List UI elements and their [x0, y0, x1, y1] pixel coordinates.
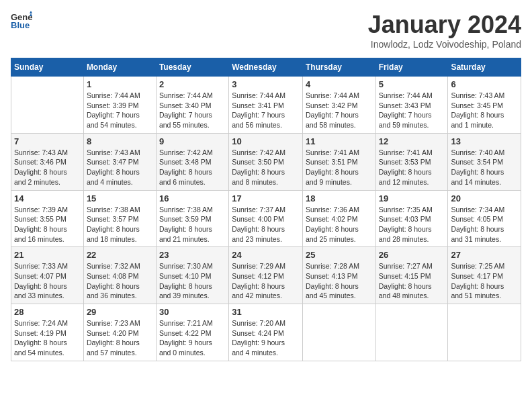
- calendar-cell: 18Sunrise: 7:36 AMSunset: 4:02 PMDayligh…: [302, 190, 375, 247]
- calendar-cell: 23Sunrise: 7:30 AMSunset: 4:10 PMDayligh…: [156, 247, 228, 304]
- column-header-tuesday: Tuesday: [156, 58, 228, 77]
- calendar-cell: 30Sunrise: 7:21 AMSunset: 4:22 PMDayligh…: [156, 304, 228, 361]
- calendar-cell: [11, 77, 84, 134]
- day-number: 18: [306, 193, 373, 203]
- day-number: 7: [14, 136, 81, 146]
- calendar-cell: [448, 304, 521, 361]
- day-number: 3: [232, 79, 300, 89]
- day-number: 5: [379, 79, 445, 89]
- logo: General Blue: [11, 11, 32, 30]
- calendar-week-4: 21Sunrise: 7:33 AMSunset: 4:07 PMDayligh…: [11, 247, 521, 304]
- day-info: Sunrise: 7:36 AMSunset: 4:02 PMDaylight:…: [306, 205, 373, 244]
- calendar-cell: 27Sunrise: 7:25 AMSunset: 4:17 PMDayligh…: [448, 247, 521, 304]
- svg-text:Blue: Blue: [11, 20, 30, 30]
- day-info: Sunrise: 7:40 AMSunset: 3:54 PMDaylight:…: [451, 148, 518, 187]
- day-info: Sunrise: 7:30 AMSunset: 4:10 PMDaylight:…: [159, 261, 226, 301]
- day-info: Sunrise: 7:38 AMSunset: 3:57 PMDaylight:…: [87, 205, 153, 244]
- day-info: Sunrise: 7:32 AMSunset: 4:08 PMDaylight:…: [87, 261, 153, 301]
- day-info: Sunrise: 7:39 AMSunset: 3:55 PMDaylight:…: [14, 205, 81, 244]
- calendar-week-1: 1Sunrise: 7:44 AMSunset: 3:39 PMDaylight…: [11, 77, 521, 134]
- day-number: 26: [379, 250, 445, 260]
- calendar-cell: 8Sunrise: 7:43 AMSunset: 3:47 PMDaylight…: [83, 133, 156, 190]
- day-info: Sunrise: 7:43 AMSunset: 3:47 PMDaylight:…: [87, 148, 153, 187]
- title-block: January 2024 Inowlodz, Lodz Voivodeship,…: [368, 11, 521, 50]
- calendar-cell: 7Sunrise: 7:43 AMSunset: 3:46 PMDaylight…: [11, 133, 84, 190]
- day-number: 30: [159, 307, 226, 317]
- day-number: 6: [451, 79, 518, 89]
- calendar-body: 1Sunrise: 7:44 AMSunset: 3:39 PMDaylight…: [11, 77, 521, 361]
- calendar-cell: 9Sunrise: 7:42 AMSunset: 3:48 PMDaylight…: [156, 133, 228, 190]
- calendar-cell: 17Sunrise: 7:37 AMSunset: 4:00 PMDayligh…: [229, 190, 303, 247]
- day-info: Sunrise: 7:44 AMSunset: 3:41 PMDaylight:…: [232, 91, 300, 130]
- calendar-cell: 3Sunrise: 7:44 AMSunset: 3:41 PMDaylight…: [229, 77, 303, 134]
- logo-icon: General Blue: [11, 11, 32, 30]
- calendar-cell: 16Sunrise: 7:38 AMSunset: 3:59 PMDayligh…: [156, 190, 228, 247]
- day-info: Sunrise: 7:29 AMSunset: 4:12 PMDaylight:…: [232, 261, 300, 301]
- day-number: 11: [306, 136, 373, 146]
- day-number: 8: [87, 136, 153, 146]
- calendar-cell: [375, 304, 448, 361]
- day-info: Sunrise: 7:28 AMSunset: 4:13 PMDaylight:…: [306, 261, 373, 301]
- calendar-cell: 2Sunrise: 7:44 AMSunset: 3:40 PMDaylight…: [156, 77, 228, 134]
- calendar-cell: 11Sunrise: 7:41 AMSunset: 3:51 PMDayligh…: [302, 133, 375, 190]
- calendar-cell: 15Sunrise: 7:38 AMSunset: 3:57 PMDayligh…: [83, 190, 156, 247]
- day-number: 1: [87, 79, 153, 89]
- column-header-sunday: Sunday: [11, 58, 84, 77]
- calendar-table: SundayMondayTuesdayWednesdayThursdayFrid…: [11, 58, 521, 361]
- calendar-cell: 22Sunrise: 7:32 AMSunset: 4:08 PMDayligh…: [83, 247, 156, 304]
- day-number: 14: [14, 193, 81, 203]
- calendar-cell: 24Sunrise: 7:29 AMSunset: 4:12 PMDayligh…: [229, 247, 303, 304]
- day-info: Sunrise: 7:44 AMSunset: 3:42 PMDaylight:…: [306, 91, 373, 130]
- day-number: 24: [232, 250, 300, 260]
- day-info: Sunrise: 7:35 AMSunset: 4:03 PMDaylight:…: [379, 205, 445, 244]
- day-info: Sunrise: 7:37 AMSunset: 4:00 PMDaylight:…: [232, 205, 300, 244]
- column-header-thursday: Thursday: [302, 58, 375, 77]
- day-info: Sunrise: 7:25 AMSunset: 4:17 PMDaylight:…: [451, 261, 518, 301]
- day-info: Sunrise: 7:21 AMSunset: 4:22 PMDaylight:…: [159, 318, 226, 358]
- calendar-cell: 20Sunrise: 7:34 AMSunset: 4:05 PMDayligh…: [448, 190, 521, 247]
- calendar-week-3: 14Sunrise: 7:39 AMSunset: 3:55 PMDayligh…: [11, 190, 521, 247]
- calendar-cell: 29Sunrise: 7:23 AMSunset: 4:20 PMDayligh…: [83, 304, 156, 361]
- day-info: Sunrise: 7:43 AMSunset: 3:46 PMDaylight:…: [14, 148, 81, 187]
- month-title: January 2024: [368, 11, 521, 39]
- calendar-cell: 25Sunrise: 7:28 AMSunset: 4:13 PMDayligh…: [302, 247, 375, 304]
- calendar-cell: 1Sunrise: 7:44 AMSunset: 3:39 PMDaylight…: [83, 77, 156, 134]
- calendar-cell: 13Sunrise: 7:40 AMSunset: 3:54 PMDayligh…: [448, 133, 521, 190]
- day-number: 27: [451, 250, 518, 260]
- day-info: Sunrise: 7:44 AMSunset: 3:40 PMDaylight:…: [159, 91, 226, 130]
- day-info: Sunrise: 7:44 AMSunset: 3:43 PMDaylight:…: [379, 91, 445, 130]
- day-number: 4: [306, 79, 373, 89]
- location-subtitle: Inowlodz, Lodz Voivodeship, Poland: [368, 39, 521, 50]
- day-number: 10: [232, 136, 300, 146]
- column-header-friday: Friday: [375, 58, 448, 77]
- day-number: 15: [87, 193, 153, 203]
- day-info: Sunrise: 7:20 AMSunset: 4:24 PMDaylight:…: [232, 318, 300, 358]
- calendar-cell: 6Sunrise: 7:43 AMSunset: 3:45 PMDaylight…: [448, 77, 521, 134]
- day-info: Sunrise: 7:43 AMSunset: 3:45 PMDaylight:…: [451, 91, 518, 130]
- calendar-week-5: 28Sunrise: 7:24 AMSunset: 4:19 PMDayligh…: [11, 304, 521, 361]
- day-number: 22: [87, 250, 153, 260]
- calendar-cell: 14Sunrise: 7:39 AMSunset: 3:55 PMDayligh…: [11, 190, 84, 247]
- day-number: 28: [14, 307, 81, 317]
- day-info: Sunrise: 7:23 AMSunset: 4:20 PMDaylight:…: [87, 318, 153, 358]
- day-number: 25: [306, 250, 373, 260]
- column-header-wednesday: Wednesday: [229, 58, 303, 77]
- day-info: Sunrise: 7:41 AMSunset: 3:51 PMDaylight:…: [306, 148, 373, 187]
- day-number: 21: [14, 250, 81, 260]
- day-info: Sunrise: 7:41 AMSunset: 3:53 PMDaylight:…: [379, 148, 445, 187]
- day-info: Sunrise: 7:34 AMSunset: 4:05 PMDaylight:…: [451, 205, 518, 244]
- day-info: Sunrise: 7:42 AMSunset: 3:48 PMDaylight:…: [159, 148, 226, 187]
- day-number: 2: [159, 79, 226, 89]
- day-info: Sunrise: 7:33 AMSunset: 4:07 PMDaylight:…: [14, 261, 81, 301]
- day-number: 13: [451, 136, 518, 146]
- day-info: Sunrise: 7:27 AMSunset: 4:15 PMDaylight:…: [379, 261, 445, 301]
- calendar-cell: 12Sunrise: 7:41 AMSunset: 3:53 PMDayligh…: [375, 133, 448, 190]
- day-number: 23: [159, 250, 226, 260]
- calendar-cell: [302, 304, 375, 361]
- day-info: Sunrise: 7:24 AMSunset: 4:19 PMDaylight:…: [14, 318, 81, 358]
- column-header-monday: Monday: [83, 58, 156, 77]
- day-info: Sunrise: 7:42 AMSunset: 3:50 PMDaylight:…: [232, 148, 300, 187]
- calendar-cell: 4Sunrise: 7:44 AMSunset: 3:42 PMDaylight…: [302, 77, 375, 134]
- page-header: General Blue January 2024 Inowlodz, Lodz…: [11, 11, 521, 50]
- calendar-cell: 28Sunrise: 7:24 AMSunset: 4:19 PMDayligh…: [11, 304, 84, 361]
